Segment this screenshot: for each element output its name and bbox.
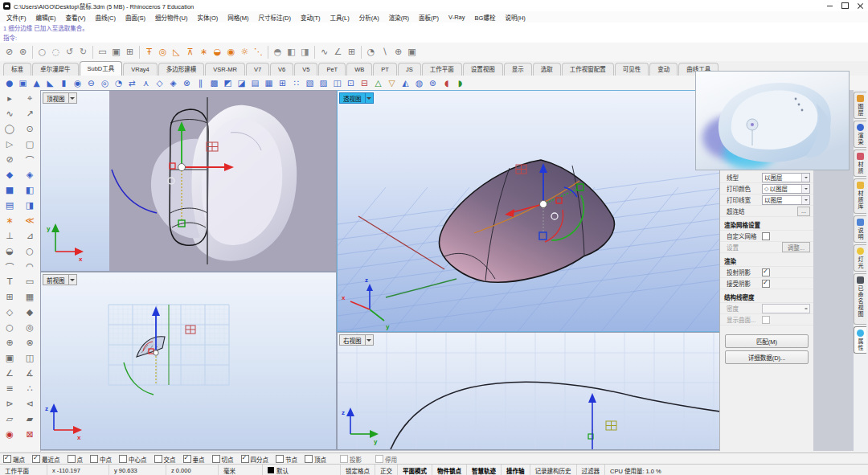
sidebar-tool-icon[interactable]: ∗	[0, 213, 19, 228]
viewport-front[interactable]: z x 前视图	[40, 272, 337, 450]
menu-item[interactable]: 实体(O)	[192, 13, 223, 22]
panel-button[interactable]: 详细数据(D)...	[725, 350, 809, 364]
tool-icon[interactable]: ▣	[405, 45, 419, 59]
panel-tab-layers[interactable]: 图层	[854, 92, 866, 119]
status-toggle[interactable]: 锁定格点	[341, 465, 375, 475]
ribbon-tab[interactable]: 变动	[649, 63, 678, 76]
osnap-toggle[interactable]: 顶点	[305, 455, 326, 464]
panel-select[interactable]: 以图层	[762, 195, 810, 205]
subd-tool-icon[interactable]: △	[371, 76, 385, 89]
checkbox[interactable]	[762, 268, 770, 276]
osnap-toggle[interactable]: 垂点	[183, 455, 205, 464]
osnap-toggle[interactable]: 节点	[276, 455, 297, 464]
tool-icon[interactable]: ⊛	[16, 45, 30, 59]
subd-tool-icon[interactable]: ▨	[317, 76, 330, 89]
viewport-menu-arrow-icon[interactable]	[365, 93, 373, 103]
sidebar-tool-icon[interactable]: ⊥	[0, 228, 19, 244]
checkbox[interactable]	[762, 280, 770, 288]
chevron-down-icon[interactable]	[801, 174, 809, 182]
ribbon-tab[interactable]: 多边形建模	[158, 63, 205, 76]
ribbon-tab[interactable]: V6	[270, 63, 293, 76]
sidebar-tool-icon[interactable]: ⊠	[20, 427, 39, 442]
menu-item[interactable]: BG螺栓	[470, 13, 501, 22]
right-viewport-canvas[interactable]: z y	[338, 333, 757, 449]
panel-small-button[interactable]: 调整...	[782, 242, 810, 252]
panel-tab-help[interactable]: 说明	[854, 215, 866, 243]
sidebar-tool-icon[interactable]: ◧	[20, 182, 39, 198]
chevron-down-icon[interactable]	[801, 185, 809, 193]
ribbon-tab[interactable]: 显示	[504, 63, 532, 76]
osnap-toggle[interactable]: 切点	[212, 455, 234, 464]
sidebar-tool-icon[interactable]: ◉	[0, 427, 19, 442]
sidebar-tool-icon[interactable]: ⊙	[20, 121, 39, 137]
sidebar-tool-icon[interactable]: ◎	[20, 320, 39, 335]
ribbon-tab[interactable]: VRay4	[123, 63, 158, 76]
sidebar-tool-icon[interactable]: ◒	[0, 244, 19, 259]
sidebar-tool-icon[interactable]: ◫	[20, 350, 39, 366]
sidebar-tool-icon[interactable]: ⊿	[20, 228, 39, 244]
sidebar-tool-icon[interactable]: ▰	[20, 412, 39, 427]
sidebar-tool-icon[interactable]: ⊕	[0, 335, 19, 350]
sidebar-tool-icon[interactable]: ◆	[0, 167, 19, 182]
top-viewport-canvas[interactable]: y x	[41, 91, 336, 271]
subd-tool-icon[interactable]: ◪	[235, 76, 248, 89]
menu-item[interactable]: 工具(L)	[326, 13, 354, 22]
ribbon-tab[interactable]: 卓尔漫犀牛	[32, 63, 79, 76]
tool-icon[interactable]: ∖	[378, 45, 391, 59]
subd-tool-icon[interactable]: ◔	[112, 76, 125, 89]
tool-icon[interactable]: ◓	[271, 45, 285, 59]
status-toggle[interactable]: 平面模式	[398, 465, 432, 475]
sidebar-tool-icon[interactable]: ↗	[20, 106, 39, 121]
subd-tool-icon[interactable]: ▣	[16, 76, 30, 89]
ellipsis-button[interactable]: ...	[797, 207, 810, 216]
subd-tool-icon[interactable]: ∷	[289, 76, 303, 89]
checkbox[interactable]	[3, 455, 11, 463]
close-button[interactable]	[853, 0, 868, 11]
subd-tool-icon[interactable]: ▧	[303, 76, 317, 89]
tool-icon[interactable]: ⊼	[183, 45, 197, 59]
sidebar-tool-icon[interactable]: ◨	[20, 198, 39, 213]
panel-tab-material-library[interactable]: 材质库	[854, 178, 866, 214]
status-button[interactable]: 工作平面	[0, 465, 47, 475]
perspective-viewport-canvas[interactable]: z x y	[338, 91, 757, 331]
checkbox[interactable]	[154, 455, 162, 463]
status-field[interactable]: z 0.000	[166, 465, 219, 475]
ribbon-tab[interactable]: 设置视图	[463, 63, 503, 76]
panel-select[interactable]: 以图层	[762, 173, 810, 182]
osnap-toggle[interactable]: 端点	[3, 455, 25, 464]
viewport-menu-arrow-icon[interactable]	[68, 93, 76, 103]
sidebar-tool-icon[interactable]: ⊲	[20, 396, 39, 412]
tool-icon[interactable]: ◔	[364, 45, 378, 59]
viewport-title-perspective[interactable]: 透视图	[339, 92, 374, 104]
sidebar-tool-icon[interactable]: ⌒	[0, 259, 19, 274]
sidebar-tool-icon[interactable]: ◯	[0, 121, 19, 137]
subd-tool-icon[interactable]: ▦	[262, 76, 276, 89]
viewport-top[interactable]: y x 顶视图	[40, 90, 337, 272]
sidebar-tool-icon[interactable]: ▣	[0, 350, 19, 366]
osnap-toggle[interactable]: 中点	[90, 455, 112, 464]
number-stepper[interactable]	[762, 304, 810, 313]
menu-item[interactable]: 编辑(E)	[31, 13, 61, 22]
osnap-toggle[interactable]: 投影	[340, 455, 362, 464]
subd-tool-icon[interactable]: ◖	[440, 76, 453, 89]
subd-tool-icon[interactable]: ⊟	[358, 76, 371, 89]
sidebar-tool-icon[interactable]: ◠	[20, 259, 39, 274]
chevron-down-icon[interactable]	[801, 196, 809, 204]
tool-icon[interactable]: ⊞	[345, 45, 358, 59]
mouse-profile-curve[interactable]	[391, 382, 757, 449]
sidebar-tool-icon[interactable]: ⌒	[20, 152, 39, 167]
menu-item[interactable]: 面板(P)	[414, 13, 444, 22]
menu-item[interactable]: 网格(M)	[223, 13, 253, 22]
subd-tool-icon[interactable]: ▮	[57, 76, 71, 89]
sidebar-tool-icon[interactable]: ○	[0, 320, 19, 335]
subd-tool-icon[interactable]: ◣	[43, 76, 57, 89]
subd-tool-icon[interactable]: ⊞	[276, 76, 289, 89]
sidebar-tool-icon[interactable]: ◇	[0, 305, 19, 320]
sidebar-tool-icon[interactable]: ≪	[20, 213, 39, 228]
minimize-button[interactable]	[822, 0, 837, 11]
checkbox[interactable]	[762, 232, 770, 240]
subd-tool-icon[interactable]: ◍	[412, 76, 426, 89]
tool-icon[interactable]: ◧	[285, 45, 298, 59]
checkbox[interactable]	[241, 455, 249, 463]
sidebar-tool-icon[interactable]: ∴	[20, 381, 39, 396]
